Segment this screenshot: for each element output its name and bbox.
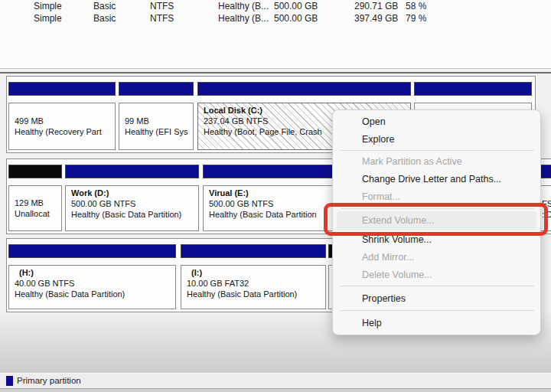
menu-item-extend-volume: Extend Volume... [337, 211, 536, 230]
partition-header-bar [119, 82, 194, 96]
statusbar-strip [0, 388, 551, 392]
volume-list-row[interactable]: Simple Basic NTFS Healthy (B... 500.00 G… [0, 13, 551, 24]
partition-header-bar [65, 165, 199, 178]
partition-name: Work (D:) [71, 188, 198, 198]
volume-fs: NTFS [150, 13, 174, 24]
partition-efi[interactable]: 99 MB Healthy (EFI Sys [119, 82, 194, 150]
volume-list-row[interactable]: Simple Basic NTFS Healthy (B... 500.00 G… [0, 1, 551, 12]
menu-item-format: Format... [337, 188, 536, 205]
menu-item-properties[interactable]: Properties [337, 290, 536, 307]
menu-item-change-drive-letter[interactable]: Change Drive Letter and Paths... [337, 171, 536, 188]
volume-status: Healthy (B... [218, 13, 269, 24]
partition-size: 99 MB [125, 116, 193, 126]
partition-status-fragment: : D [542, 209, 551, 220]
menu-item-mark-active: Mark Partition as Active [337, 153, 536, 170]
partition-header-bar [540, 165, 551, 178]
partition-size: 10.00 GB FAT32 [187, 278, 325, 289]
partition-name: (I:) [187, 267, 325, 278]
legend-bar: Primary partition [0, 373, 551, 389]
partition-size: 40.00 GB NTFS [15, 278, 175, 289]
partition-unallocated[interactable]: 129 MB Unallocat [8, 165, 62, 231]
menu-item-add-mirror: Add Mirror... [337, 249, 536, 266]
partition-status: Healthy (Recovery Part [15, 126, 115, 137]
partition-i[interactable]: (I:) 10.00 GB FAT32 Healthy (Basic Data … [181, 244, 326, 309]
volume-capacity: 500.00 GB [274, 13, 318, 24]
volume-list: Simple Basic NTFS Healthy (B... 500.00 G… [0, 0, 551, 68]
menu-item-explore[interactable]: Explore [337, 131, 536, 148]
volume-percent: 79 % [406, 13, 426, 24]
primary-partition-swatch-icon [6, 376, 13, 386]
volume-capacity: 500.00 GB [274, 1, 318, 11]
volume-layout: Simple [34, 1, 62, 11]
partition-header-bar [8, 244, 176, 258]
partition-status: Healthy (Basic Data Partition) [71, 209, 198, 220]
partition-header-bar [8, 165, 62, 178]
volume-free: 397.49 GB [354, 13, 398, 24]
menu-separator [341, 208, 534, 209]
partition-size-fragment: FS [542, 198, 551, 209]
partition-header-bar [197, 82, 411, 96]
menu-item-shrink-volume[interactable]: Shrink Volume... [337, 231, 536, 248]
menu-separator [341, 310, 534, 311]
partition-header-bar [414, 82, 532, 96]
menu-separator [341, 150, 534, 151]
partition-size: 129 MB [15, 198, 61, 208]
volume-type: Basic [93, 1, 116, 11]
menu-item-delete-volume: Delete Volume... [337, 266, 536, 283]
volume-free: 290.71 GB [354, 1, 398, 11]
pane-splitter [0, 72, 551, 74]
partition-status: Healthy (EFI Sys [125, 126, 193, 137]
menu-item-help[interactable]: Help [337, 315, 536, 332]
volume-status: Healthy (B... [218, 1, 269, 11]
context-menu: Open Explore Mark Partition as Active Ch… [332, 109, 541, 335]
volume-layout: Simple [34, 13, 62, 24]
volume-percent: 58 % [406, 1, 426, 11]
pane-splitter [0, 68, 551, 69]
legend-label: Primary partition [17, 376, 81, 385]
partition-size: 499 MB [15, 116, 115, 126]
partition-header-bar [181, 244, 326, 258]
partition-recovery[interactable]: 499 MB Healthy (Recovery Part [8, 82, 116, 150]
volume-fs: NTFS [150, 1, 174, 11]
partition-status: Unallocat [15, 208, 61, 219]
menu-separator [341, 286, 534, 286]
partition-name: (H:) [15, 267, 175, 278]
partition-h[interactable]: (H:) 40.00 GB NTFS Healthy (Basic Data P… [8, 244, 176, 309]
menu-item-open[interactable]: Open [337, 113, 536, 130]
partition-status: Healthy (Basic Data Partition) [187, 289, 325, 299]
partition-header-bar [8, 82, 116, 96]
volume-type: Basic [93, 13, 116, 24]
partition-d[interactable]: Work (D:) 500.00 GB NTFS Healthy (Basic … [65, 165, 199, 231]
partition-clipped-right[interactable]: FS : D [540, 165, 551, 231]
partition-size: 500.00 GB NTFS [71, 198, 198, 209]
partition-status: Healthy (Basic Data Partition) [15, 289, 175, 299]
